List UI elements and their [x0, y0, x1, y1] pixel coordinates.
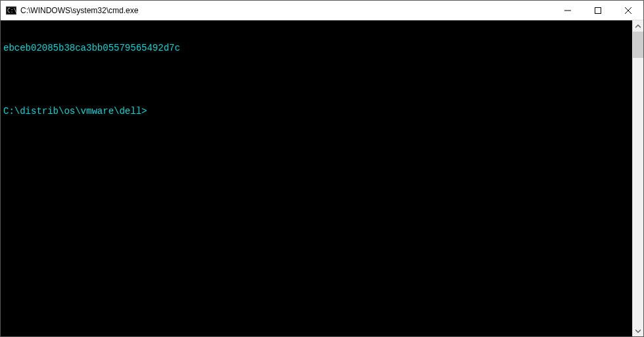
- svg-rect-3: [595, 7, 601, 13]
- window-controls: [553, 1, 643, 20]
- terminal-area[interactable]: ebceb02085b38ca3bb05579565492d7c C:\dist…: [1, 20, 632, 336]
- vertical-scrollbar[interactable]: [632, 20, 643, 336]
- maximize-icon: [595, 7, 601, 14]
- minimize-button[interactable]: [553, 1, 583, 20]
- chevron-down-icon: [635, 328, 641, 334]
- cmd-window: C:\ C:\WINDOWS\system32\cmd.exe: [0, 0, 644, 337]
- svg-text:C:\: C:\: [7, 8, 16, 14]
- maximize-button[interactable]: [583, 1, 613, 20]
- cmd-icon: C:\: [6, 5, 16, 16]
- window-body: ebceb02085b38ca3bb05579565492d7c C:\dist…: [1, 20, 643, 336]
- scrollbar-thumb[interactable]: [633, 32, 643, 58]
- close-icon: [625, 7, 632, 14]
- titlebar[interactable]: C:\ C:\WINDOWS\system32\cmd.exe: [1, 1, 643, 20]
- window-title: C:\WINDOWS\system32\cmd.exe: [20, 6, 553, 15]
- close-button[interactable]: [613, 1, 643, 20]
- terminal-blank-line: [3, 74, 630, 85]
- terminal-output-line: ebceb02085b38ca3bb05579565492d7c: [3, 43, 630, 53]
- scroll-down-button[interactable]: [633, 325, 643, 336]
- chevron-up-icon: [635, 24, 641, 29]
- minimize-icon: [564, 7, 571, 14]
- scroll-up-button[interactable]: [633, 20, 643, 32]
- scrollbar-track[interactable]: [633, 32, 643, 325]
- terminal-prompt: C:\distrib\os\vmware\dell>: [3, 106, 630, 117]
